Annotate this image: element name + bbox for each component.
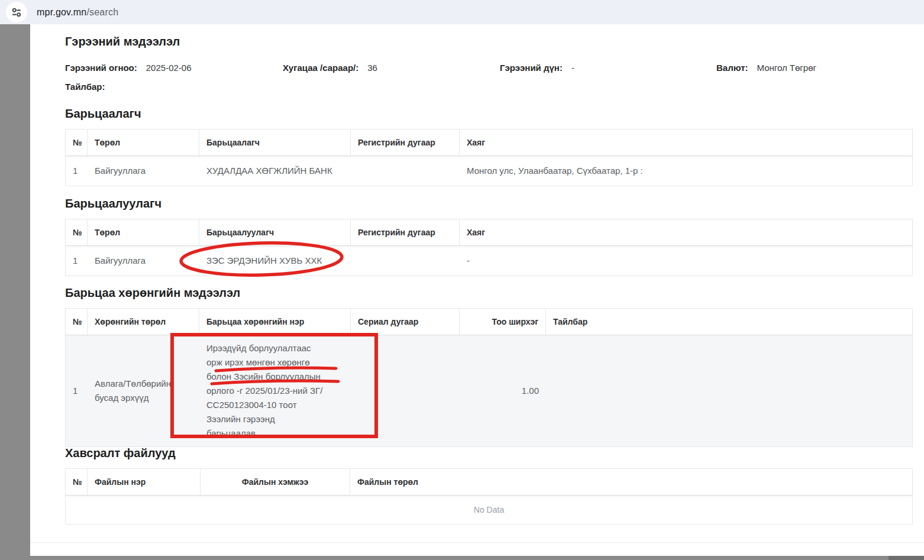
col-register: Регистрийн дугаар	[351, 219, 460, 245]
page-content: Гэрээний мэдээлэл Гэрээний огноо: 2025-0…	[30, 24, 924, 560]
cell-register	[351, 165, 460, 177]
cell-pledger: ЗЭС ЭРДЭНИЙН ХУВЬ ХХК	[199, 248, 351, 274]
col-serial: Сериал дугаар	[351, 309, 460, 335]
col-note: Тайлбар	[546, 309, 912, 335]
col-type: Төрөл	[88, 219, 199, 245]
table-row: 1 Байгууллага ЗЭС ЭРДЭНИЙН ХУВЬ ХХК -	[66, 246, 912, 276]
files-table: № Файлын нэр Файлын хэмжээ Файлын төрөл …	[65, 468, 913, 525]
col-number: №	[66, 309, 88, 335]
files-title: Хавсралт файлууд	[65, 446, 176, 460]
pledgee-table-header: № Төрөл Барьцаалагч Регистрийн дугаар Ха…	[66, 130, 912, 156]
contract-amount-value: -	[571, 63, 574, 73]
col-address: Хаяг	[460, 130, 912, 156]
currency-value: Монгол Төгрөг	[757, 63, 816, 73]
contract-amount-label: Гэрээний дүн:	[500, 63, 563, 73]
currency-field: Валют: Монгол Төгрөг	[716, 63, 816, 73]
cell-quantity: 1.00	[460, 378, 546, 404]
currency-label: Валют:	[716, 63, 748, 73]
col-address: Хаяг	[460, 219, 912, 245]
cell-number: 1	[66, 378, 88, 404]
duration-label: Хугацаа /сараар/:	[283, 63, 358, 73]
col-file-type: Файлын төрөл	[350, 469, 912, 495]
cell-asset-type: Авлага/Төлбөрийн бусад эрхүүд	[88, 371, 185, 411]
cell-type: Байгууллага	[88, 158, 199, 184]
table-row: 1 Авлага/Төлбөрийн бусад эрхүүд Ирээдүйд…	[66, 335, 912, 446]
cell-pledgee: ХУДАЛДАА ХӨГЖЛИЙН БАНК	[199, 158, 351, 184]
contract-amount-field: Гэрээний дүн: -	[500, 63, 574, 73]
contract-date-field: Гэрээний огноо: 2025-02-06	[65, 63, 192, 73]
pledger-title: Барьцаалуулагч	[65, 197, 161, 211]
col-register: Регистрийн дугаар	[351, 130, 460, 156]
horizontal-scrollbar[interactable]	[30, 556, 924, 560]
col-quantity: Тоо ширхэг	[460, 309, 546, 335]
url-text[interactable]: mpr.gov.mn/search	[37, 0, 118, 24]
contract-date-value: 2025-02-06	[146, 63, 192, 73]
col-type: Төрөл	[88, 130, 199, 156]
collateral-title: Барьцаа хөрөнгийн мэдээлэл	[65, 286, 240, 300]
page-bottom-divider	[30, 542, 924, 543]
collateral-table: № Хөрөнгийн төрөл Барьцаа хөрөнгийн нэр …	[65, 308, 913, 447]
col-asset-type: Хөрөнгийн төрөл	[88, 309, 199, 335]
pledgee-title: Барьцаалагч	[65, 107, 141, 121]
col-file-name: Файлын нэр	[88, 469, 201, 495]
cell-number: 1	[66, 158, 88, 184]
files-table-header: № Файлын нэр Файлын хэмжээ Файлын төрөл	[66, 469, 912, 496]
cell-register	[351, 255, 460, 267]
col-pledgee: Барьцаалагч	[199, 130, 351, 156]
contract-date-label: Гэрээний огноо:	[65, 63, 137, 73]
col-number: №	[66, 130, 88, 156]
collateral-table-header: № Хөрөнгийн төрөл Барьцаа хөрөнгийн нэр …	[66, 309, 912, 335]
col-asset-name: Барьцаа хөрөнгийн нэр	[199, 309, 351, 335]
col-number: №	[66, 219, 88, 245]
url-domain: mpr.gov.mn	[37, 7, 86, 18]
duration-field: Хугацаа /сараар/: 36	[283, 63, 377, 73]
col-number: №	[66, 469, 88, 495]
url-path: /search	[86, 7, 118, 18]
pledger-table-header: № Төрөл Барьцаалуулагч Регистрийн дугаар…	[66, 219, 912, 246]
contract-info-title: Гэрээний мэдээлэл	[65, 35, 180, 48]
cell-number: 1	[66, 248, 88, 274]
note-label: Тайлбар:	[65, 82, 105, 92]
pledger-table: № Төрөл Барьцаалуулагч Регистрийн дугаар…	[65, 219, 913, 276]
cell-address: Монгол улс, Улаанбаатар, Сүхбаатар, 1-р …	[460, 158, 912, 184]
cell-address: -	[460, 248, 912, 274]
duration-value: 36	[367, 63, 377, 73]
tune-icon	[10, 6, 23, 19]
no-data-row: No Data	[66, 496, 912, 524]
table-row: 1 Байгууллага ХУДАЛДАА ХӨГЖЛИЙН БАНК Мон…	[66, 156, 912, 186]
cell-note	[546, 385, 912, 397]
site-settings-button[interactable]	[6, 2, 27, 22]
cell-serial	[351, 385, 460, 397]
pledgee-table: № Төрөл Барьцаалагч Регистрийн дугаар Ха…	[65, 129, 913, 186]
col-pledger: Барьцаалуулагч	[199, 219, 351, 245]
cell-type: Байгууллага	[88, 248, 199, 274]
browser-address-bar[interactable]: mpr.gov.mn/search	[0, 0, 924, 25]
scrollbar-thumb[interactable]	[889, 556, 924, 560]
cell-asset-name: Ирээдүйд борлуулалтаас орж ирэх мөнгөн х…	[199, 335, 325, 446]
left-gutter	[0, 24, 30, 560]
col-file-size: Файлын хэмжээ	[201, 469, 350, 495]
